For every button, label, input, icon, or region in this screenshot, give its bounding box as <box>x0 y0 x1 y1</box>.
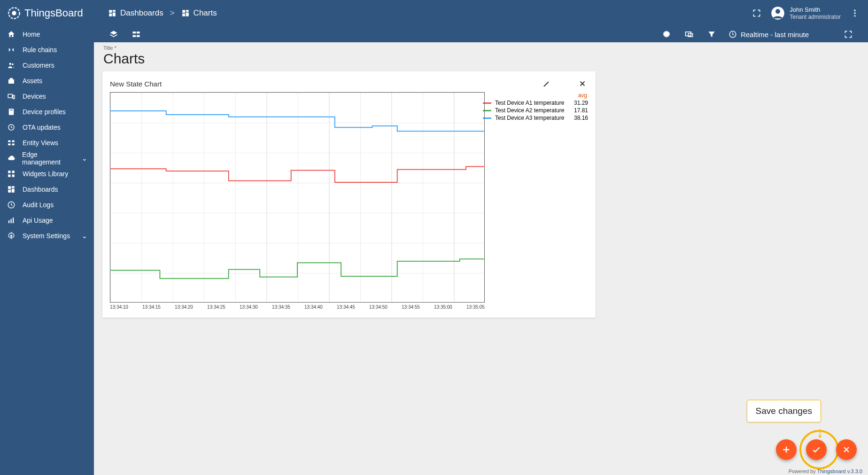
page-title[interactable]: Charts <box>103 51 859 67</box>
breadcrumb-root[interactable]: Dashboards <box>108 8 163 18</box>
svg-point-11 <box>775 9 780 14</box>
edit-icon[interactable] <box>541 78 552 89</box>
layers-icon[interactable] <box>108 29 119 40</box>
sidebar-item-ota-updates[interactable]: OTA updates <box>0 119 94 135</box>
save-button[interactable] <box>806 439 827 460</box>
brand-logo[interactable]: ThingsBoard <box>8 7 94 20</box>
svg-point-12 <box>854 10 855 11</box>
cancel-button[interactable] <box>836 439 857 460</box>
user-role: Tenant administrator <box>790 14 841 20</box>
sidebar-item-dashboards[interactable]: Dashboards <box>0 181 94 197</box>
svg-rect-3 <box>113 10 116 12</box>
svg-rect-38 <box>11 219 12 223</box>
expand-icon[interactable] <box>843 29 854 40</box>
chevron-down-icon: ⌄ <box>82 232 87 240</box>
close-icon[interactable] <box>577 78 588 89</box>
sidebar-item-entity-views[interactable]: Entity Views <box>0 135 94 150</box>
svg-rect-9 <box>182 14 185 16</box>
user-menu[interactable]: John Smith Tenant administrator <box>771 6 841 20</box>
customers-icon <box>7 61 16 70</box>
settings-icon <box>7 231 16 241</box>
x-tick: 13:34:25 <box>207 304 225 310</box>
filter-icon[interactable] <box>706 29 717 40</box>
sidebar-item-widgets-library[interactable]: Widgets Library <box>0 166 94 181</box>
svg-point-13 <box>854 12 855 14</box>
svg-point-40 <box>10 234 13 237</box>
add-button[interactable] <box>776 439 797 460</box>
svg-rect-8 <box>186 13 188 16</box>
sidebar-item-audit-logs[interactable]: Audit Logs <box>0 197 94 212</box>
svg-point-14 <box>854 15 855 16</box>
x-tick: 13:34:35 <box>272 304 290 310</box>
brand-icon <box>8 7 21 20</box>
sidebar-item-home[interactable]: Home <box>0 26 94 42</box>
breadcrumb-separator: > <box>170 8 175 18</box>
clock-icon <box>728 30 737 39</box>
download-icon[interactable] <box>559 78 570 89</box>
entity-views-icon <box>7 138 16 148</box>
dashboard-toolbar: Realtime - last minute <box>94 26 868 42</box>
svg-rect-39 <box>13 218 14 223</box>
svg-point-15 <box>9 62 12 65</box>
sidebar: Home Rule chains Customers Assets Device… <box>0 26 94 475</box>
widget-title: New State Chart <box>110 80 162 88</box>
x-axis-ticks: 13:34:1013:34:1513:34:2013:34:2513:34:30… <box>110 304 485 310</box>
arrow-down-icon: ↓ <box>816 424 824 441</box>
svg-rect-2 <box>109 10 112 13</box>
entity-alias-icon[interactable] <box>683 29 695 40</box>
edge-icon <box>7 154 16 163</box>
legend-row[interactable]: Test Device A3 temperature 38.16 <box>483 115 588 121</box>
svg-rect-30 <box>8 174 10 177</box>
brand-name: ThingsBoard <box>24 7 83 19</box>
sidebar-item-assets[interactable]: Assets <box>0 73 94 88</box>
svg-rect-20 <box>13 95 15 99</box>
svg-rect-5 <box>109 14 112 16</box>
svg-rect-44 <box>137 35 140 37</box>
legend-label: Test Device A1 temperature <box>495 100 566 106</box>
devices-icon <box>7 92 16 101</box>
x-tick: 13:35:05 <box>466 304 485 310</box>
sidebar-item-edge-management[interactable]: Edge management⌄ <box>0 150 94 166</box>
x-tick: 13:34:55 <box>402 304 420 310</box>
api-usage-icon <box>7 216 16 225</box>
widgets-icon <box>7 169 16 179</box>
chart-plot[interactable]: 13:34:1013:34:1513:34:2013:34:2513:34:30… <box>110 92 472 313</box>
svg-rect-6 <box>182 10 185 13</box>
sidebar-item-api-usage[interactable]: Api Usage <box>0 212 94 228</box>
chevron-down-icon: ⌄ <box>82 155 87 162</box>
footer-link[interactable]: Thingsboard v.3.3.0 <box>817 468 862 474</box>
legend-row[interactable]: Test Device A2 temperature 17.81 <box>483 107 588 114</box>
svg-rect-26 <box>8 143 10 145</box>
x-tick: 13:34:15 <box>142 304 161 310</box>
sidebar-item-system-settings[interactable]: System Settings⌄ <box>0 228 94 243</box>
export-icon[interactable] <box>820 29 831 40</box>
fullscreen-icon[interactable] <box>751 8 762 19</box>
breadcrumb-current[interactable]: Charts <box>181 8 217 18</box>
svg-rect-19 <box>8 94 12 98</box>
chart-widget[interactable]: New State Chart 13:34:1013:34:1513:34:20… <box>102 71 596 318</box>
dashboards-icon <box>7 185 16 194</box>
chart-legend: avg Test Device A1 temperature 31.29 Tes… <box>483 92 588 313</box>
legend-row[interactable]: Test Device A1 temperature 31.29 <box>483 100 588 106</box>
svg-rect-25 <box>12 140 15 142</box>
svg-rect-27 <box>12 143 15 145</box>
grid-icon[interactable] <box>131 29 142 40</box>
gear-icon[interactable] <box>661 29 672 40</box>
dashboard-icon <box>181 9 190 17</box>
sidebar-item-customers[interactable]: Customers <box>0 57 94 73</box>
sidebar-item-devices[interactable]: Devices <box>0 88 94 104</box>
svg-rect-32 <box>8 186 11 189</box>
svg-rect-43 <box>133 35 136 37</box>
title-hint: Title * <box>103 45 859 51</box>
sidebar-item-rule-chains[interactable]: Rule chains <box>0 42 94 57</box>
more-icon[interactable] <box>849 8 860 19</box>
timewindow-button[interactable]: Realtime - last minute <box>728 30 809 39</box>
legend-header: avg <box>483 92 588 99</box>
svg-rect-33 <box>12 186 15 188</box>
user-name: John Smith <box>790 6 841 14</box>
sidebar-item-device-profiles[interactable]: Device profiles <box>0 104 94 119</box>
x-tick: 13:34:30 <box>240 304 258 310</box>
x-tick: 13:35:00 <box>434 304 452 310</box>
svg-rect-22 <box>10 109 13 110</box>
x-tick: 13:34:45 <box>337 304 355 310</box>
